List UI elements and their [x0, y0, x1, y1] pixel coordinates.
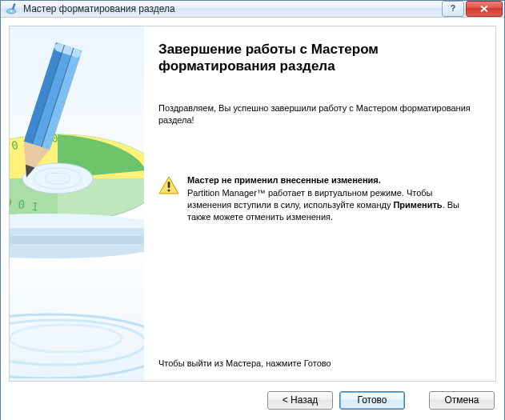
wizard-side-image: 0 1 0 1 1 0 1 1 0 0 1 — [10, 26, 144, 381]
wizard-window: Мастер форматирования раздела ? — [0, 0, 505, 420]
help-button[interactable]: ? — [442, 1, 464, 17]
warning-apply-command: Применить — [393, 200, 442, 210]
button-row: < Назад Готово Отмена — [9, 382, 496, 414]
titlebar: Мастер форматирования раздела ? — [1, 1, 504, 18]
svg-point-1 — [10, 10, 12, 12]
cancel-button[interactable]: Отмена — [429, 391, 495, 410]
warning-block: Мастер не применил внесенные изменения. … — [158, 174, 478, 224]
svg-rect-2 — [12, 3, 16, 10]
svg-point-29 — [10, 325, 122, 352]
exit-hint: Чтобы выйти из Мастера, нажмите Готово — [158, 358, 478, 368]
warning-text: Мастер не применил внесенные изменения. … — [187, 174, 478, 224]
close-button[interactable] — [466, 1, 503, 17]
finish-button[interactable]: Готово — [339, 391, 405, 410]
content-pane: 0 1 0 1 1 0 1 1 0 0 1 — [9, 26, 496, 382]
window-controls: ? — [440, 1, 503, 17]
page-heading: Завершение работы с Мастером форматирова… — [158, 41, 478, 75]
svg-text:?: ? — [451, 5, 455, 13]
svg-rect-32 — [168, 182, 170, 188]
warning-title: Мастер не применил внесенные изменения. — [187, 175, 381, 185]
congrats-text: Поздравляем, Вы успешно завершили работу… — [158, 102, 478, 127]
window-title: Мастер форматирования раздела — [23, 3, 440, 14]
svg-rect-18 — [10, 236, 144, 244]
warning-icon — [158, 176, 179, 195]
back-button[interactable]: < Назад — [267, 391, 333, 410]
spacer — [158, 240, 478, 358]
client-area: 0 1 0 1 1 0 1 1 0 0 1 — [1, 18, 504, 420]
wizard-main: Завершение работы с Мастером форматирова… — [144, 26, 495, 381]
app-icon — [6, 2, 18, 15]
svg-point-33 — [167, 190, 170, 192]
